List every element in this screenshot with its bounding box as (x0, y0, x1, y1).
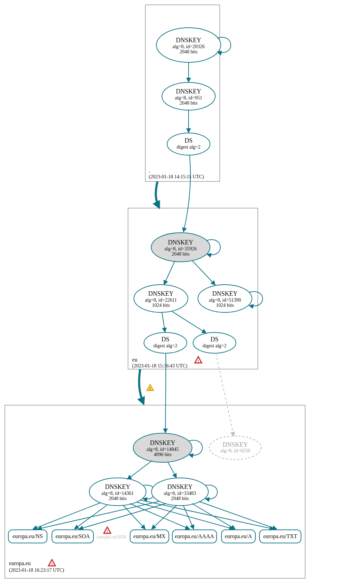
record-txt-label: europa.eu/TXT (263, 533, 297, 540)
e-z1-a (137, 502, 234, 529)
eu-zsk2-title: DNSKEY (212, 290, 237, 297)
europa-ghost-line1: alg=8, id=6250 (220, 448, 250, 453)
eu-ds2-line1: digest alg=2 (203, 343, 227, 348)
edge-eu-zsk1-ds1 (162, 312, 165, 332)
zone-eu: DNSKEY alg=8, id=35926 2048 bits DNSKEY … (128, 208, 263, 369)
svg-text:!: ! (51, 562, 53, 567)
edge-eu-ds2-ghost (216, 353, 234, 436)
root-ksk-line2: 2048 bits (180, 49, 198, 54)
node-root-ds: DS digest alg=2 (167, 133, 210, 155)
record-aaaa-label: europa.eu/AAAA (175, 533, 214, 540)
record-txt: europa.eu/TXT (260, 530, 301, 543)
eu-zsk2-line1: alg=8, id=51390 (209, 297, 241, 303)
eu-zsk2-line2: 1024 bits (216, 303, 234, 308)
zone-europa-time: (2023-01-18 16:23:17 UTC) (9, 568, 64, 573)
root-ds-line1: digest alg=2 (177, 144, 201, 150)
eu-ksk-line1: alg=8, id=35926 (165, 246, 197, 251)
root-zsk-title: DNSKEY (176, 88, 201, 95)
node-root-zsk: DNSKEY alg=8, id=951 2048 bits (162, 82, 215, 110)
eu-zsk1-line1: alg=8, id=22611 (145, 297, 177, 303)
europa-zsk1-line1: alg=8, id=14361 (102, 491, 134, 496)
europa-ksk-line1: alg=8, id=14845 (147, 447, 179, 452)
node-europa-zsk1: DNSKEY alg=8, id=14361 2048 bits (89, 478, 146, 506)
caution-icon: ! (147, 384, 154, 391)
node-europa-ghost: DNSKEY alg=8, id=6250 (209, 436, 261, 460)
zone-root: DNSKEY alg=8, id=20326 2048 bits DNSKEY … (145, 5, 231, 181)
edge-eu-zsk1-ds2 (171, 311, 206, 333)
europa-zsk1-title: DNSKEY (105, 483, 130, 490)
node-eu-ds1: DS digest alg=2 (144, 332, 187, 353)
europa-zsk2-line1: alg=8, id=33483 (164, 491, 196, 496)
node-eu-zsk1: DNSKEY alg=8, id=22611 1024 bits (134, 285, 188, 312)
record-ns: europa.eu/NS (8, 530, 47, 543)
record-soa2-label: europa.eu/SOA (97, 534, 126, 540)
zone-eu-time: (2023-01-18 15:36:43 UTC) (132, 363, 188, 369)
eu-ds1-title: DS (161, 336, 169, 343)
edge-eu-ksk-zsk1 (164, 261, 175, 285)
warning-icon: ! (48, 560, 55, 567)
dnssec-graph: DNSKEY alg=8, id=20326 2048 bits DNSKEY … (0, 0, 364, 588)
europa-zsk2-line2: 2048 bits (171, 496, 189, 501)
zone-europa: DNSKEY alg=8, id=14845 4096 bits DNSKEY … (5, 405, 305, 578)
edge-deleg-eu-europa (139, 369, 144, 404)
node-eu-ksk: DNSKEY alg=8, id=35926 2048 bits (151, 233, 210, 262)
e-z2-a (192, 504, 235, 529)
record-a-label: europa.eu/A (225, 533, 252, 540)
zone-europa-label: europa.eu (9, 560, 31, 567)
e-z1-ns (33, 503, 100, 529)
root-ksk-title: DNSKEY (176, 37, 201, 44)
record-ns-label: europa.eu/NS (12, 533, 43, 540)
root-zsk-line2: 2048 bits (180, 100, 198, 106)
edge-root-ds-eu-ksk (183, 155, 190, 232)
e-z2-ns (37, 501, 159, 529)
record-soa-faded: europa.eu/SOA (97, 534, 126, 540)
europa-ksk-line2: 4096 bits (154, 452, 172, 457)
europa-zsk1-line2: 2048 bits (109, 496, 127, 501)
node-root-ksk: DNSKEY alg=8, id=20326 2048 bits (156, 28, 221, 62)
root-ksk-line1: alg=8, id=20326 (173, 44, 205, 49)
record-a: europa.eu/A (221, 530, 255, 543)
eu-zsk1-line2: 1024 bits (152, 303, 170, 308)
record-soa-label: europa.eu/SOA (55, 533, 90, 540)
e-z1-aaaa (130, 504, 190, 529)
root-zsk-line1: alg=8, id=951 (175, 95, 202, 100)
eu-ksk-line2: 2048 bits (172, 251, 190, 257)
eu-ksk-title: DNSKEY (168, 239, 193, 246)
edge-deleg-root-eu (156, 181, 159, 208)
warning-icon: ! (195, 357, 202, 364)
svg-text:!: ! (149, 386, 151, 391)
europa-zsk2-title: DNSKEY (167, 483, 192, 490)
svg-text:!: ! (107, 529, 108, 534)
record-soa: europa.eu/SOA (52, 530, 93, 543)
eu-ds2-title: DS (210, 336, 218, 343)
edge-europa-ksk-zsk2 (168, 462, 176, 478)
svg-text:!: ! (198, 359, 199, 364)
record-mx: europa.eu/MX (130, 530, 169, 543)
europa-ghost-title: DNSKEY (222, 441, 248, 448)
edge-europa-ksk-zsk1 (127, 461, 152, 479)
eu-ds1-line1: digest alg=2 (154, 343, 178, 348)
warning-icon: ! (104, 527, 111, 534)
zone-root-label: . (149, 168, 150, 173)
e-z2-mx (152, 506, 176, 529)
zone-eu-label: eu (132, 357, 137, 363)
record-mx-label: europa.eu/MX (134, 533, 166, 540)
zone-root-time: (2023-01-18 14:15:15 UTC) (149, 174, 204, 180)
node-europa-ksk: DNSKEY alg=8, id=14845 4096 bits (133, 433, 192, 462)
node-eu-zsk2: DNSKEY alg=8, id=51390 1024 bits (198, 285, 252, 312)
record-aaaa: europa.eu/AAAA (172, 530, 217, 543)
root-ds-title: DS (184, 137, 192, 144)
europa-ksk-title: DNSKEY (150, 439, 175, 446)
eu-zsk1-title: DNSKEY (148, 290, 173, 297)
node-eu-ds2: DS digest alg=2 (193, 332, 236, 353)
edge-eu-ksk-zsk2 (192, 260, 215, 285)
